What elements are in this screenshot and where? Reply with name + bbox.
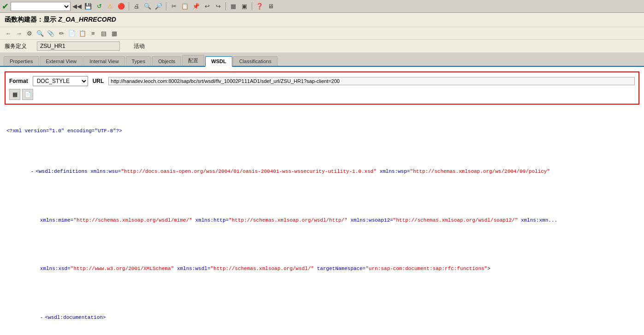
undo-icon[interactable]: ↩ (202, 2, 212, 11)
command-dropdown[interactable] (11, 2, 71, 11)
tab-peizhi[interactable]: 配置 (182, 55, 204, 66)
icon-buttons: ▦ 📄 (9, 89, 635, 100)
xml-line-2: -<wsdl:definitions xmlns:wsu="http://doc… (6, 160, 638, 184)
tab-wsdl[interactable]: WSDL (205, 56, 232, 67)
paste-icon[interactable]: 📌 (191, 2, 201, 11)
redo-icon[interactable]: ↪ (213, 2, 223, 11)
tab-types[interactable]: Types (126, 56, 151, 66)
wsdl-controls: Format DOC_STYLE URL (9, 76, 635, 86)
save-icon[interactable]: 💾 (83, 2, 93, 11)
tab-external-view[interactable]: External View (40, 56, 83, 66)
url-label: URL (93, 78, 104, 84)
list-icon[interactable]: ≡ (89, 29, 98, 38)
activity-label: 活动 (134, 42, 145, 50)
grid-icon[interactable]: ▦ (110, 29, 119, 38)
wsdl-icon-btn1[interactable]: ▦ (9, 89, 20, 100)
service-def-value: ZSU_HR1 (37, 41, 120, 51)
layout-icon2[interactable]: ▣ (240, 2, 249, 11)
shortcut-icon3[interactable]: 🔴 (117, 2, 126, 11)
tab-internal-view[interactable]: Internal View (83, 56, 124, 66)
title-bar: 函数构建器：显示 Z_OA_HRRECORD (0, 13, 644, 27)
clip-icon[interactable]: 📎 (46, 29, 55, 38)
shortcut-icon1[interactable]: ↺ (95, 2, 104, 11)
cut-icon[interactable]: ✂ (169, 2, 178, 11)
layout-icon1[interactable]: ▦ (229, 2, 238, 11)
separator1 (129, 2, 129, 11)
tab-classifications[interactable]: Classifications (233, 56, 278, 66)
second-toolbar: ← → ⚙ 🔍 📎 ✏ 📄 📋 ≡ ▤ ▦ (0, 27, 644, 40)
table-icon[interactable]: ▤ (99, 29, 108, 38)
forward-icon[interactable]: → (14, 29, 24, 38)
service-def-label: 服务定义 (5, 42, 32, 50)
title-name: Z_OA_HRRECORD (58, 16, 116, 23)
content-area[interactable]: Format DOC_STYLE URL ▦ 📄 <?xml version="… (0, 67, 644, 335)
nav-back-icon[interactable]: ◀◀ (72, 2, 82, 11)
copy-icon[interactable]: 📋 (180, 2, 189, 11)
xml-line-1: <?xml version="1.0" encoding="UTF-8"?> (6, 127, 638, 135)
wsdl-icon-btn2[interactable]: 📄 (22, 89, 33, 100)
format-select[interactable]: DOC_STYLE (33, 76, 88, 86)
page-title: 函数构建器：显示 Z_OA_HRRECORD (5, 16, 116, 23)
xml-line-5: -<wsdl:documentation> (6, 306, 638, 330)
title-prefix: 函数构建器：显示 (5, 16, 56, 23)
tabs-row: Properties External View Internal View T… (0, 53, 644, 67)
edit-icon[interactable]: ✏ (57, 29, 66, 38)
wsdl-panel: Format DOC_STYLE URL ▦ 📄 (5, 71, 639, 105)
separator3 (225, 2, 226, 11)
service-def-row: 服务定义 ZSU_HR1 活动 (0, 40, 644, 53)
find-icon[interactable]: 🔍 (143, 2, 152, 11)
url-input[interactable] (108, 77, 635, 85)
doc2-icon[interactable]: 📋 (78, 29, 87, 38)
xml-content: <?xml version="1.0" encoding="UTF-8"?> -… (5, 109, 639, 335)
separator2 (166, 2, 166, 11)
tab-properties[interactable]: Properties (4, 56, 39, 66)
main-area: 函数构建器：显示 Z_OA_HRRECORD ← → ⚙ 🔍 📎 ✏ 📄 📋 ≡… (0, 13, 644, 335)
help-icon[interactable]: ❓ (255, 2, 264, 11)
shortcut-icon2[interactable]: ⚠ (106, 2, 115, 11)
format-label: Format (9, 78, 28, 84)
find2-icon[interactable]: 🔎 (154, 2, 163, 11)
print-icon[interactable]: 🖨 (132, 2, 141, 11)
search-icon[interactable]: 🔍 (35, 29, 45, 38)
separator4 (252, 2, 252, 11)
xml-line-3: xmlns:mime="http://schemas.xmlsoap.org/w… (6, 208, 638, 233)
settings-icon[interactable]: ⚙ (25, 29, 34, 38)
back-icon[interactable]: ← (4, 29, 13, 38)
top-toolbar: ✔ ◀◀ 💾 ↺ ⚠ 🔴 🖨 🔍 🔎 ✂ 📋 📌 ↩ ↪ ▦ ▣ ❓ 🖥 (0, 0, 644, 13)
doc-icon[interactable]: 📄 (67, 29, 77, 38)
status-icon: ✔ (2, 1, 9, 12)
xml-line-4: xmlns:xsd="http://www.w3.org/2001/XMLSch… (6, 257, 638, 282)
monitor-icon[interactable]: 🖥 (266, 2, 275, 11)
tab-objects[interactable]: Objects (152, 56, 181, 66)
